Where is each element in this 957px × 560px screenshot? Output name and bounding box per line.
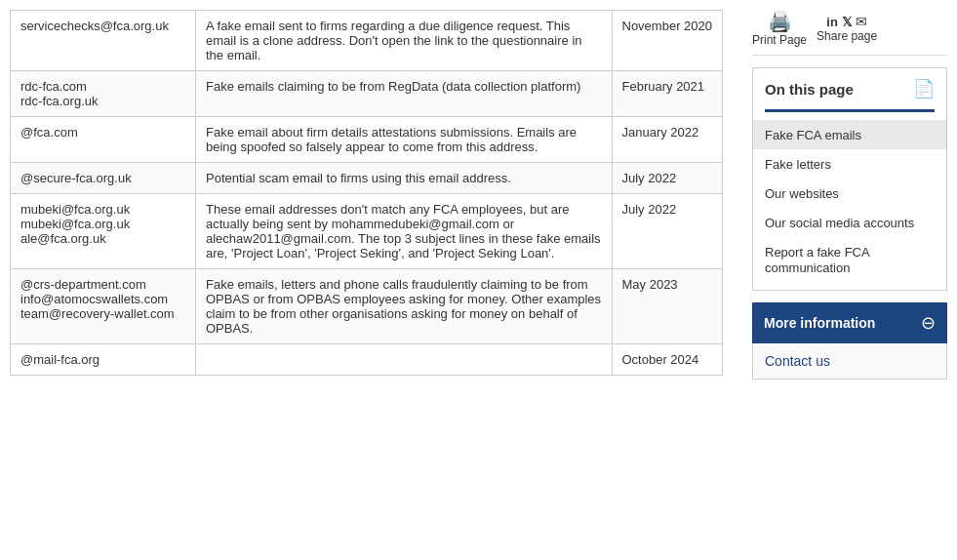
date-cell: May 2023	[612, 269, 723, 344]
table-row: rdc-fca.comrdc-fca.org.ukFake emails cla…	[11, 71, 723, 117]
main-content: servicechecks@fca.org.ukA fake email sen…	[0, 0, 742, 560]
share-icons: in 𝕏 ✉	[826, 14, 867, 29]
print-label: Print Page	[752, 33, 807, 47]
description-cell: Fake emails claiming to be from RegData …	[196, 71, 613, 117]
on-this-page-title: On this page	[765, 81, 854, 98]
nav-item[interactable]: Fake FCA emails	[753, 120, 946, 149]
on-this-page-box: On this page 📄 Fake FCA emailsFake lette…	[752, 67, 947, 291]
email-cell: @secure-fca.org.uk	[11, 163, 196, 194]
on-this-page-header: On this page 📄	[753, 68, 946, 109]
minus-icon: ⊖	[921, 312, 936, 334]
date-cell: January 2022	[612, 117, 723, 163]
print-icon: 🖨️	[768, 10, 792, 33]
sidebar-top: 🖨️ Print Page in 𝕏 ✉ Share page	[752, 10, 947, 56]
email-cell: mubeki@fca.org.ukmubeki@fca.org.ukale@fc…	[11, 194, 196, 269]
more-info-button[interactable]: More information ⊖	[752, 302, 947, 343]
date-cell: July 2022	[612, 163, 723, 194]
description-cell: Fake emails, letters and phone calls fra…	[196, 269, 613, 344]
table-row: @crs-department.cominfo@atomocswallets.c…	[11, 269, 723, 344]
more-info-title: More information	[764, 315, 875, 331]
twitter-x-icon[interactable]: 𝕏	[842, 15, 852, 29]
email-cell: rdc-fca.comrdc-fca.org.uk	[11, 71, 196, 117]
on-this-page-divider	[765, 109, 935, 112]
contact-link[interactable]: Contact us	[765, 353, 830, 369]
description-cell: Potential scam email to firms using this…	[196, 163, 613, 194]
nav-link: Our social media accounts	[765, 216, 914, 230]
email-cell: @mail-fca.org	[11, 344, 196, 376]
nav-item[interactable]: Report a fake FCA communication	[753, 237, 946, 282]
emails-table: servicechecks@fca.org.ukA fake email sen…	[10, 10, 723, 376]
sidebar: 🖨️ Print Page in 𝕏 ✉ Share page On this …	[742, 0, 957, 560]
nav-item[interactable]: Our websites	[753, 179, 946, 208]
table-row: @secure-fca.org.ukPotential scam email t…	[11, 163, 723, 194]
email-cell: @fca.com	[11, 117, 196, 163]
nav-link: Fake letters	[765, 157, 831, 172]
share-section: in 𝕏 ✉ Share page	[817, 14, 877, 43]
nav-link: Fake FCA emails	[765, 128, 861, 142]
date-cell: October 2024	[612, 344, 723, 376]
table-row: servicechecks@fca.org.ukA fake email sen…	[11, 11, 723, 71]
date-cell: February 2021	[612, 71, 723, 117]
contact-box: Contact us	[752, 343, 947, 380]
email-cell: servicechecks@fca.org.uk	[11, 11, 196, 71]
nav-link: Our websites	[765, 186, 839, 201]
print-button[interactable]: 🖨️ Print Page	[752, 10, 807, 47]
description-cell: Fake email about firm details attestatio…	[196, 117, 613, 163]
table-row: @mail-fca.orgOctober 2024	[11, 344, 723, 376]
description-cell: These email addresses don't match any FC…	[196, 194, 613, 269]
nav-item[interactable]: Our social media accounts	[753, 208, 946, 237]
description-cell: A fake email sent to firms regarding a d…	[196, 11, 613, 71]
table-row: @fca.comFake email about firm details at…	[11, 117, 723, 163]
description-cell	[196, 344, 613, 376]
share-label: Share page	[817, 29, 877, 43]
on-this-page-list: Fake FCA emailsFake lettersOur websitesO…	[753, 120, 946, 290]
page-icon: 📄	[913, 78, 935, 100]
nav-link: Report a fake FCA communication	[765, 245, 869, 275]
table-row: mubeki@fca.org.ukmubeki@fca.org.ukale@fc…	[11, 194, 723, 269]
date-cell: November 2020	[612, 11, 723, 71]
email-share-icon[interactable]: ✉	[856, 14, 867, 29]
date-cell: July 2022	[612, 194, 723, 269]
email-cell: @crs-department.cominfo@atomocswallets.c…	[11, 269, 196, 344]
nav-item[interactable]: Fake letters	[753, 149, 946, 179]
linkedin-icon[interactable]: in	[826, 15, 838, 29]
